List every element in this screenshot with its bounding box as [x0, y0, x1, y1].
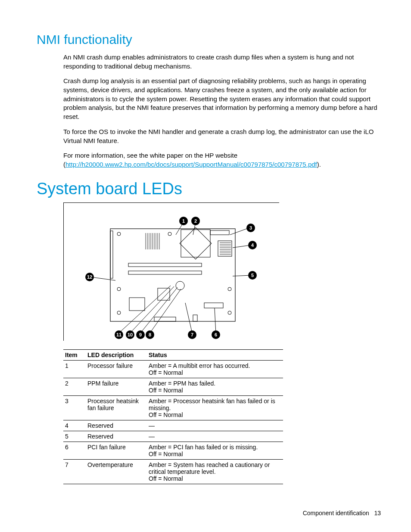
para-nmi-4b: ). [317, 161, 321, 168]
callout-11: 11 [115, 330, 123, 339]
svg-line-45 [140, 287, 177, 333]
svg-line-48 [90, 277, 115, 280]
footer-page: 13 [374, 510, 381, 516]
svg-point-33 [176, 281, 184, 290]
callout-2: 2 [191, 217, 200, 225]
cell-item: 6 [63, 442, 86, 459]
svg-rect-35 [204, 303, 223, 308]
cell-desc: Processor heatsink fan failure [86, 395, 147, 420]
svg-rect-34 [129, 298, 145, 311]
cell-desc: Overtemperature [86, 459, 147, 484]
heading-system-board-leds: System board LEDs [37, 180, 381, 198]
footer: Component identification 13 [303, 510, 381, 516]
svg-rect-18 [128, 263, 202, 267]
cell-status: — [147, 420, 283, 431]
svg-line-47 [119, 286, 171, 333]
cell-status: Amber = A multibit error has occurred.Of… [147, 360, 283, 378]
svg-rect-8 [180, 227, 212, 259]
cell-status: Amber = System has reached a cautionary … [147, 459, 283, 484]
callout-12: 12 [85, 273, 94, 281]
callout-3: 3 [246, 224, 255, 232]
svg-rect-32 [158, 288, 170, 300]
cell-status: Amber = PPM has failed.Off = Normal [147, 378, 283, 395]
callout-4: 4 [248, 241, 257, 249]
table-row: 5Reserved— [63, 431, 283, 442]
callout-9: 9 [136, 330, 145, 339]
svg-rect-20 [218, 241, 232, 256]
cell-item: 7 [63, 459, 86, 484]
svg-point-6 [117, 287, 121, 291]
table-row: 2PPM failureAmber = PPM has failed.Off =… [63, 378, 283, 395]
svg-rect-36 [110, 231, 113, 278]
svg-rect-30 [154, 317, 176, 321]
svg-rect-7 [181, 230, 210, 257]
heading-nmi: NMI functionality [37, 32, 381, 47]
svg-point-2 [168, 232, 171, 236]
board-illustration [64, 203, 279, 341]
para-nmi-1: An NMI crash dump enables administrators… [63, 53, 381, 71]
th-desc: LED description [86, 349, 147, 360]
svg-point-5 [228, 287, 231, 291]
para-nmi-2: Crash dump log analysis is an essential … [63, 77, 381, 121]
cell-desc: Reserved [86, 420, 147, 431]
cell-desc: PPM failure [86, 378, 147, 395]
svg-line-42 [215, 308, 216, 333]
cell-item: 3 [63, 395, 86, 420]
callout-1: 1 [179, 217, 188, 225]
link-hp-whitepaper[interactable]: http://h20000.www2.hp.com/bc/docs/suppor… [65, 161, 317, 168]
cell-desc: Processor failure [86, 360, 147, 378]
cell-item: 2 [63, 378, 86, 395]
svg-rect-19 [128, 271, 202, 274]
cell-status: Amber = PCI fan has failed or is missing… [147, 442, 283, 459]
cell-item: 1 [63, 360, 86, 378]
svg-rect-29 [210, 230, 229, 235]
svg-rect-31 [193, 315, 197, 321]
para-nmi-4: For more information, see the white pape… [63, 151, 381, 169]
table-led: Item LED description Status 1Processor f… [63, 349, 283, 484]
table-row: 1Processor failureAmber = A multibit err… [63, 360, 283, 378]
callout-6: 6 [212, 330, 220, 339]
th-status: Status [147, 349, 283, 360]
svg-line-46 [130, 286, 174, 333]
callout-10: 10 [126, 330, 134, 339]
svg-point-4 [228, 311, 231, 314]
table-row: 3Processor heatsink fan failureAmber = P… [63, 395, 283, 420]
table-row: 6PCI fan failureAmber = PCI fan has fail… [63, 442, 283, 459]
svg-point-1 [117, 232, 121, 236]
cell-status: — [147, 431, 283, 442]
para-nmi-3: To force the OS to invoke the NMI handle… [63, 128, 381, 145]
cell-desc: Reserved [86, 431, 147, 442]
table-header-row: Item LED description Status [63, 349, 283, 360]
svg-line-43 [185, 303, 192, 333]
footer-section: Component identification [303, 510, 369, 516]
diagram-system-board: 1 2 3 4 5 6 7 8 9 10 11 12 [63, 202, 279, 341]
cell-status: Amber = Processor heatsink fan has faile… [147, 395, 283, 420]
cell-item: 5 [63, 431, 86, 442]
callout-8: 8 [146, 330, 154, 339]
table-row: 4Reserved— [63, 420, 283, 431]
svg-point-3 [117, 311, 121, 314]
cell-desc: PCI fan failure [86, 442, 147, 459]
callout-5: 5 [248, 271, 257, 280]
table-row: 7OvertemperatureAmber = System has reach… [63, 459, 283, 484]
cell-item: 4 [63, 420, 86, 431]
callout-7: 7 [188, 330, 196, 339]
th-item: Item [63, 349, 86, 360]
document-page: NMI functionality An NMI crash dump enab… [0, 0, 411, 532]
